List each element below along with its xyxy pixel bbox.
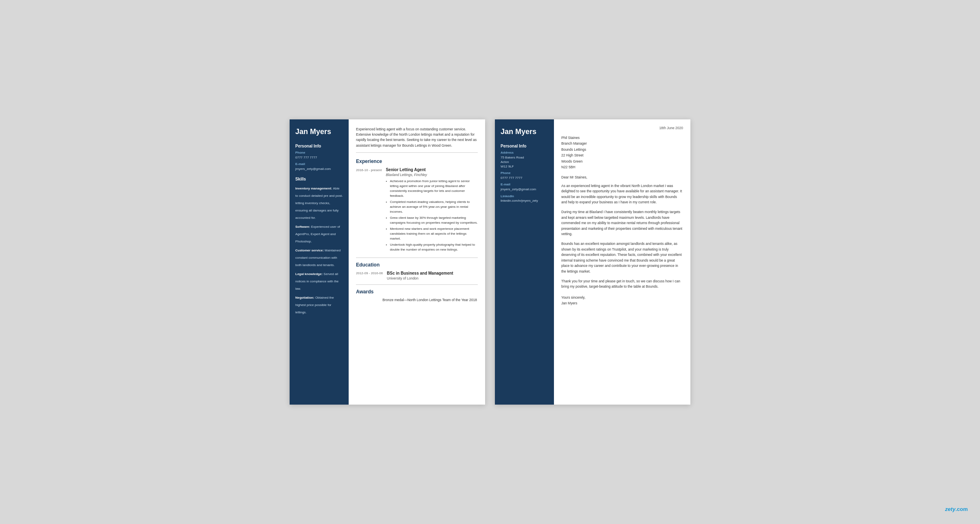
cover-email-label: E-mail (501, 183, 548, 186)
cover-personal-info-title: Personal Info (501, 144, 548, 148)
cv-awards-text: Bronze medal—North London Lettings Team … (356, 298, 478, 302)
cv-skill-title: Customer service: (295, 249, 325, 252)
cv-phone-label: Phone (295, 151, 343, 154)
cv-skills-title: Skills (295, 177, 343, 181)
cover-closing-line: Yours sincerely, (561, 295, 683, 300)
cv-education-title: Education (356, 262, 478, 268)
cover-recipient-line: 22 High Street (561, 152, 683, 158)
cv-card: Jan Myers Personal Info Phone 0777 777 7… (290, 119, 485, 405)
cv-email-value: jmyers_zety@gmail.com (295, 167, 343, 171)
edu-date: 2012-09 - 2016-06 (356, 271, 383, 280)
cover-recipient-line: N22 5BH (561, 164, 683, 170)
cv-skill-item: Software: Experienced user of AgentPro, … (295, 222, 343, 244)
cover-paragraph: As an experienced letting agent in the v… (561, 183, 683, 205)
edu-row: 2012-09 - 2016-06BSc in Business and Man… (356, 271, 478, 280)
cv-skill-title: Inventory management: (295, 187, 333, 190)
cv-sidebar: Jan Myers Personal Info Phone 0777 777 7… (290, 119, 349, 405)
zety-name: zety (945, 506, 955, 512)
cover-sidebar: Jan Myers Personal Info Address 75 Baker… (495, 119, 554, 405)
cv-summary: Experienced letting agent with a focus o… (356, 127, 478, 153)
exp-company: Blaxland Lettings, Finchley (386, 173, 478, 177)
cover-address-line: Acton (501, 160, 548, 164)
cv-skill-item: Negotiation: Obtained the highest price … (295, 293, 343, 315)
cover-address-container: 75 Bakers RoadActonW12 9LF (501, 155, 548, 169)
cv-education-container: 2012-09 - 2016-06BSc in Business and Man… (356, 271, 478, 280)
cover-recipient-line: Branch Manager (561, 141, 683, 146)
cover-main: 18th June 2020 Phil StainesBranch Manage… (554, 119, 690, 405)
cv-skill-item: Inventory management: Able to conduct de… (295, 184, 343, 220)
cv-skill-title: Software: (295, 225, 311, 229)
cv-skill-title: Legal knowledge: (295, 272, 323, 276)
cover-paragraph: Bounds has an excellent reputation among… (561, 241, 683, 275)
zety-brand: zety.com (945, 506, 968, 517)
cover-date: 18th June 2020 (561, 126, 683, 130)
cv-experience-title: Experience (356, 159, 478, 164)
exp-bullet: Mentored new starters and work experienc… (386, 227, 478, 241)
cover-phone-value: 0777 777 7777 (501, 176, 548, 180)
cv-skills-container: Inventory management: Able to conduct de… (295, 184, 343, 315)
exp-content: Senior Letting AgentBlaxland Lettings, F… (386, 167, 478, 253)
cv-skill-text: Able to conduct detailed pre and post-le… (295, 187, 343, 220)
cv-phone-value: 0777 777 7777 (295, 155, 343, 160)
cover-signoff: Jan Myers (561, 300, 683, 306)
edu-content: BSc in Business and ManagementUniversity… (387, 271, 478, 280)
cv-email-label: E-mail (295, 162, 343, 166)
exp-bullet: Completed market-leading valuations, hel… (386, 200, 478, 214)
cover-recipient-line: Phil Staines (561, 135, 683, 141)
cv-name: Jan Myers (295, 128, 343, 137)
cv-skill-title: Negotiation: (295, 296, 315, 299)
exp-date: 2016-10 - present (356, 167, 382, 253)
cover-recipient: Phil StainesBranch ManagerBounds Letting… (561, 135, 683, 170)
cover-address-line: W12 9LF (501, 164, 548, 169)
section-divider-awards (356, 284, 478, 285)
cv-personal-info-title: Personal Info (295, 144, 343, 148)
cv-skill-item: Customer service: Maintained constant co… (295, 246, 343, 268)
cv-experience-container: 2016-10 - presentSenior Letting AgentBla… (356, 167, 478, 253)
cv-main: Experienced letting agent with a focus o… (349, 119, 485, 405)
cover-paragraphs: As an experienced letting agent in the v… (561, 183, 683, 290)
exp-bullet: Grew client base by 30% through targeted… (386, 216, 478, 225)
cv-skill-item: Legal knowledge: Served all notices in c… (295, 269, 343, 291)
cover-name: Jan Myers (501, 128, 548, 137)
exp-bullets: Achieved a promotion from junior letting… (386, 179, 478, 252)
cover-email-value: jmyers_zety@gmail.com (501, 187, 548, 192)
section-divider-edu (356, 258, 478, 258)
cover-address-line: 75 Bakers Road (501, 155, 548, 160)
zety-suffix: .com (956, 506, 968, 512)
cover-paragraph: Thank you for your time and please get i… (561, 279, 683, 290)
exp-job-title: Senior Letting Agent (386, 167, 478, 172)
cover-recipient-line: Bounds Lettings (561, 147, 683, 152)
cover-salutation: Dear Mr Staines, (561, 175, 683, 179)
cover-recipient-line: Woods Green (561, 159, 683, 164)
cover-phone-label: Phone (501, 171, 548, 175)
cover-paragraph: During my time at Blaxland I have consis… (561, 209, 683, 237)
exp-bullet: Undertook high-quality property photogra… (386, 242, 478, 252)
cover-address-label: Address (501, 151, 548, 154)
cover-closing: Yours sincerely, Jan Myers (561, 295, 683, 306)
exp-row: 2016-10 - presentSenior Letting AgentBla… (356, 167, 478, 253)
exp-bullet: Achieved a promotion from junior letting… (386, 179, 478, 198)
cover-linkedin-label: LinkedIn (501, 194, 548, 198)
cv-awards-title: Awards (356, 289, 478, 295)
cover-linkedin-value: linkedin.com/in/jmyers_zety (501, 199, 548, 203)
edu-degree: BSc in Business and Management (387, 271, 478, 275)
edu-school: University of London (387, 276, 478, 280)
cover-card: Jan Myers Personal Info Address 75 Baker… (495, 119, 690, 405)
page-wrapper: Jan Myers Personal Info Phone 0777 777 7… (290, 119, 690, 405)
